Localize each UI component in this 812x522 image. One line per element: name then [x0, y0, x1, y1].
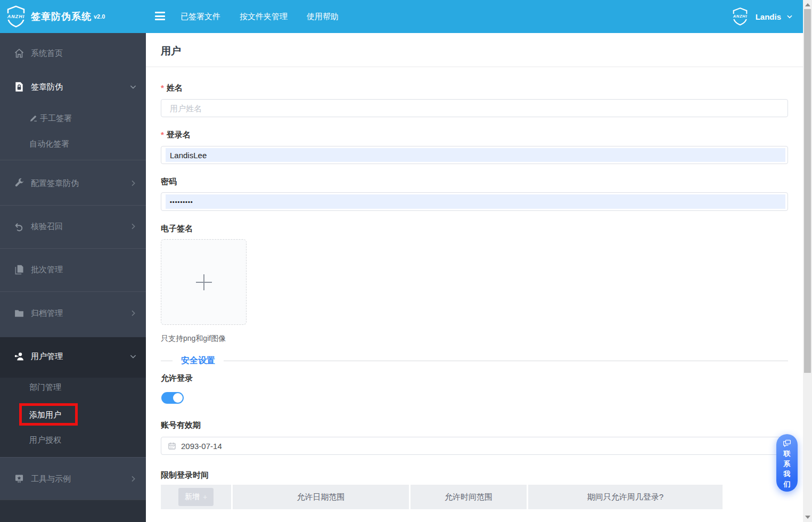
divider-line: [224, 361, 788, 361]
sidebar-divider: [0, 457, 146, 458]
nav-signed-files[interactable]: 已签署文件: [181, 12, 220, 22]
sidebar-item-label: 用户授权: [29, 435, 146, 445]
top-bar: ANZHI 签章防伪系统 v2.0 已签署文件 按文件夹管理 使用帮助 ANZH…: [0, 0, 803, 33]
sidebar-item-label: 手工签署: [40, 113, 146, 124]
login-label: *登录名: [161, 130, 191, 140]
name-input[interactable]: [161, 99, 788, 117]
sidebar-item-home[interactable]: 系统首页: [0, 43, 146, 64]
security-section-divider: 安全设置: [161, 355, 788, 366]
app-version: v2.0: [94, 13, 105, 20]
table-header-date-range: 允许日期范围: [233, 485, 409, 509]
sidebar-bottom-strip: [0, 500, 146, 522]
sidebar-item-label: 系统首页: [31, 48, 146, 59]
login-input[interactable]: [161, 146, 788, 164]
allow-login-label: 允许登录: [161, 373, 193, 384]
sidebar-divider: [0, 248, 146, 249]
page-scrollbar[interactable]: [803, 0, 812, 522]
nav-folder-management[interactable]: 按文件夹管理: [240, 12, 288, 22]
table-header-cell: 新增 +: [161, 485, 231, 509]
sidebar-item-config-antifake[interactable]: 配置签章防伪: [0, 173, 146, 194]
sidebar-item-seal-antifake[interactable]: 签章防伪: [0, 76, 146, 97]
sidebar-item-user-management[interactable]: 用户管理: [0, 346, 146, 367]
sidebar-divider: [0, 500, 146, 500]
plus-icon: +: [203, 493, 207, 501]
restrict-login-table: 新增 + 允许日期范围 允许时间范围 期间只允许周几登录?: [161, 485, 723, 509]
page-title: 用户: [161, 44, 181, 58]
divider-line: [161, 361, 173, 361]
required-mark: *: [161, 130, 164, 139]
validity-label: 账号有效期: [161, 420, 201, 430]
chevron-down-icon: [129, 83, 137, 91]
app-title: 签章防伪系统: [31, 10, 92, 23]
name-label: *姓名: [161, 83, 183, 93]
sidebar-item-label: 添加用户: [29, 410, 146, 420]
chevron-down-icon: [129, 352, 137, 361]
sidebar-divider: [0, 291, 146, 292]
user-name: Landis: [756, 12, 781, 21]
sidebar-divider: [0, 160, 146, 160]
password-input[interactable]: •••••••••: [161, 192, 788, 211]
plus-icon: [196, 274, 212, 290]
esignature-upload-box[interactable]: [161, 239, 247, 325]
sidebar-item-label: 工具与示例: [31, 474, 129, 484]
sidebar-item-label: 归档管理: [31, 308, 129, 319]
sidebar-item-label: 自动化签署: [29, 139, 146, 149]
hamburger-menu-icon[interactable]: [155, 12, 165, 20]
main-content: 用户 *姓名 *登录名 密码 ••••••••• 电子签名 只支持png和gif…: [146, 33, 803, 522]
sidebar-item-batch-management[interactable]: 批次管理: [0, 259, 146, 280]
esignature-label: 电子签名: [161, 224, 193, 234]
required-mark: *: [161, 83, 164, 92]
chevron-right-icon: [129, 475, 137, 483]
sidebar-item-tools-examples[interactable]: 工具与示例: [0, 468, 146, 490]
sidebar-item-label: 配置签章防伪: [31, 178, 129, 189]
user-key-icon: [14, 351, 24, 362]
page-header: 用户: [146, 33, 803, 67]
restrict-login-label: 限制登录时间: [161, 470, 209, 480]
sidebar-item-label: 签章防伪: [31, 82, 129, 92]
logo-text: ANZHI: [730, 14, 750, 19]
sidebar-item-user-authorization[interactable]: 用户授权: [0, 429, 146, 451]
esignature-hint: 只支持png和gif图像: [161, 334, 226, 344]
top-navigation: 已签署文件 按文件夹管理 使用帮助: [181, 0, 339, 33]
password-label: 密码: [161, 177, 177, 187]
app-logo: ANZHI: [5, 5, 27, 28]
pen-icon: [29, 114, 38, 123]
chevron-right-icon: [129, 309, 137, 317]
sidebar-item-manual-sign[interactable]: 手工签署: [0, 108, 146, 129]
validity-date-input[interactable]: 2093-07-14: [161, 437, 788, 455]
app-brand: ANZHI 签章防伪系统 v2.0: [5, 4, 105, 29]
contact-us-button[interactable]: 联系我们: [776, 434, 798, 492]
sidebar-item-archive-management[interactable]: 归档管理: [0, 303, 146, 324]
sidebar-item-label: 批次管理: [31, 265, 146, 275]
sidebar-item-add-user[interactable]: 添加用户: [0, 404, 146, 426]
sidebar-item-label: 部门管理: [29, 382, 146, 393]
contact-us-label: 联系我们: [783, 448, 791, 489]
sidebar-item-label: 用户管理: [31, 352, 129, 362]
sidebar-item-department-management[interactable]: 部门管理: [0, 377, 146, 398]
scrollbar-down-icon[interactable]: [805, 516, 810, 519]
chevron-right-icon: [129, 179, 137, 187]
validity-date-value: 2093-07-14: [181, 442, 222, 451]
sidebar-item-verify-recall[interactable]: 核验召回: [0, 216, 146, 237]
home-icon: [14, 48, 24, 59]
logo-text: ANZHI: [4, 13, 28, 20]
scrollbar-up-icon[interactable]: [805, 3, 810, 6]
sidebar: 系统首页 签章防伪 手工签署 自动化签署 配置签章防伪: [0, 33, 146, 522]
security-section-title: 安全设置: [181, 355, 215, 366]
chevron-right-icon: [129, 222, 137, 231]
chevron-down-icon: [786, 13, 793, 20]
add-row-button[interactable]: 新增 +: [178, 488, 214, 506]
scrollbar-thumb[interactable]: [804, 9, 811, 373]
file-lock-icon: [14, 81, 24, 92]
table-header-weekday: 期间只允许周几登录?: [528, 485, 723, 509]
badge-icon: [14, 474, 24, 484]
sidebar-item-auto-sign[interactable]: 自动化签署: [0, 133, 146, 154]
sidebar-item-label: 核验召回: [31, 222, 129, 232]
wrench-icon: [14, 178, 24, 189]
allow-login-toggle[interactable]: [161, 392, 184, 404]
toggle-knob: [173, 393, 183, 403]
chat-icon: [783, 439, 791, 447]
nav-help[interactable]: 使用帮助: [307, 12, 339, 22]
user-menu[interactable]: ANZHI Landis: [729, 4, 793, 29]
folder-icon: [14, 308, 24, 319]
